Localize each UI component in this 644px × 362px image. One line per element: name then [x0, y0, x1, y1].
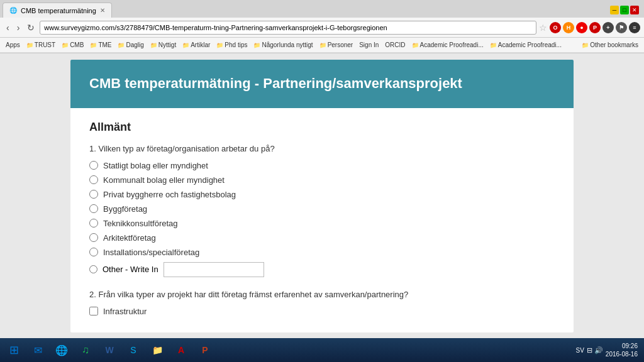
forward-button[interactable]: › — [14, 21, 23, 34]
radio-option-3: Privat byggherre och fastighetsbolag — [89, 190, 555, 199]
label-installations[interactable]: Installations/specialföretag — [103, 248, 199, 257]
browser-nav-icons: O H ● P + ⚑ ≡ — [550, 22, 640, 33]
window-controls: ─ □ ✕ — [610, 6, 641, 14]
question1: 1. Vilken typ av företag/organisation ar… — [89, 144, 555, 277]
bookmark-nyttigt[interactable]: Nyttigt — [148, 41, 178, 49]
back-button[interactable]: ‹ — [4, 21, 12, 34]
question2: 2. Från vilka typer av projekt har ditt … — [89, 290, 555, 316]
ext-icon2: ● — [576, 22, 587, 33]
tab-close-button[interactable]: ✕ — [100, 7, 105, 14]
minimize-button[interactable]: ─ — [610, 6, 619, 14]
survey-title: CMB temperaturmätning - Partnering/samve… — [89, 75, 555, 93]
bookmark-phd[interactable]: Phd tips — [214, 41, 249, 49]
bookmark-orcid[interactable]: ORCID — [383, 41, 407, 49]
nav-bar: ‹ › ↻ ☆ O H ● P + ⚑ ≡ — [0, 18, 644, 38]
page-content: CMB temperaturmätning - Partnering/samve… — [0, 53, 644, 339]
radio-other[interactable] — [89, 265, 97, 273]
tab-title: CMB temperaturmätning — [21, 7, 96, 14]
refresh-button[interactable]: ↻ — [25, 21, 37, 34]
bookmark-cmb[interactable]: CMB — [60, 41, 86, 49]
survey-container: CMB temperaturmätning - Partnering/samve… — [70, 60, 574, 332]
bookmark-star-icon[interactable]: ☆ — [539, 23, 547, 33]
question1-number: 1. — [89, 144, 96, 153]
taskbar-skype[interactable]: S — [122, 341, 145, 359]
bookmark-trust[interactable]: TRUST — [25, 41, 57, 49]
radio-option-7: Installations/specialföretag — [89, 248, 555, 257]
close-button[interactable]: ✕ — [630, 6, 639, 14]
radio-option-5: Teknikkonsultföretag — [89, 219, 555, 228]
ext-icon5: ⚑ — [616, 22, 627, 33]
bookmark-artiklar[interactable]: Artiklar — [180, 41, 212, 49]
bookmark-personer[interactable]: Personer — [318, 41, 355, 49]
tab-bar: 🌐 CMB temperaturmätning ✕ ─ □ ✕ — [0, 0, 644, 18]
taskbar-tray: SV ⊟ 🔊 09:26 2016-08-16 — [576, 342, 642, 358]
label-statligt[interactable]: Statligt bolag eller myndighet — [103, 161, 208, 170]
ext-icon1: H — [563, 22, 574, 33]
taskbar: ⊞ ✉ 🌐 ♫ W S 📁 A P SV ⊟ 🔊 09:26 2016-08-1… — [0, 338, 644, 362]
ext-icon4: + — [602, 22, 614, 33]
other-write-in-input[interactable] — [164, 262, 264, 277]
ext-icon3: P — [589, 22, 601, 33]
survey-header: CMB temperaturmätning - Partnering/samve… — [70, 60, 574, 108]
taskbar-files[interactable]: 📁 — [146, 341, 169, 359]
radio-byggforetag[interactable] — [89, 204, 98, 213]
label-teknikkonsult[interactable]: Teknikkonsultföretag — [103, 219, 178, 228]
bookmark-daglig[interactable]: Daglig — [116, 41, 145, 49]
survey-body: Allmänt 1. Vilken typ av företag/organis… — [70, 108, 574, 332]
label-arkitekt[interactable]: Arkitektföretag — [103, 233, 156, 243]
label-privat[interactable]: Privat byggherre och fastighetsbolag — [103, 190, 236, 199]
taskbar-powerpoint[interactable]: P — [194, 341, 216, 359]
taskbar-acrobat[interactable]: A — [170, 341, 192, 359]
bookmark-nagor[interactable]: Någorlunda nyttigt — [252, 41, 314, 49]
taskbar-word[interactable]: W — [98, 341, 121, 359]
tray-volume-icon[interactable]: 🔊 — [594, 346, 603, 354]
label-byggforetag[interactable]: Byggföretag — [103, 204, 147, 214]
taskbar-chrome[interactable]: 🌐 — [50, 341, 73, 359]
question2-text: 2. Från vilka typer av projekt har ditt … — [89, 290, 555, 299]
radio-privat[interactable] — [89, 190, 98, 199]
opera-icon: O — [550, 22, 561, 33]
radio-option-4: Byggföretag — [89, 204, 555, 214]
maximize-button[interactable]: □ — [620, 6, 629, 14]
radio-installations[interactable] — [89, 248, 98, 256]
other-write-in-row: Other - Write In — [89, 262, 555, 277]
bookmark-apps[interactable]: Apps — [4, 41, 22, 49]
checkbox-infrastruktur: Infrastruktur — [89, 307, 555, 316]
ext-icon6: ≡ — [629, 22, 640, 33]
label-kommunalt[interactable]: Kommunalt bolag eller myndighet — [103, 175, 225, 185]
browser-tab[interactable]: 🌐 CMB temperaturmätning ✕ — [3, 3, 112, 18]
tray-network-icon: ⊟ — [587, 346, 592, 354]
bookmark-signin[interactable]: Sign In — [357, 41, 380, 49]
section1-title: Allmänt — [89, 121, 555, 134]
radio-arkitekt[interactable] — [89, 233, 98, 242]
question1-text: 1. Vilken typ av företag/organisation ar… — [89, 144, 555, 153]
radio-option-6: Arkitektföretag — [89, 233, 555, 243]
bookmarks-bar: Apps TRUST CMB TME Daglig Nyttigt Artikl… — [0, 38, 644, 53]
tray-icons: ⊟ 🔊 — [587, 346, 603, 354]
label-other[interactable]: Other - Write In — [103, 265, 158, 274]
checkbox-infra-input[interactable] — [89, 307, 98, 315]
question2-number: 2. — [89, 290, 96, 299]
browser-chrome: 🌐 CMB temperaturmätning ✕ ─ □ ✕ ‹ › ↻ ☆ … — [0, 0, 644, 53]
radio-option-2: Kommunalt bolag eller myndighet — [89, 175, 555, 185]
tray-time: 09:26 — [606, 342, 638, 350]
bookmark-other[interactable]: Other bookmarks — [580, 41, 640, 49]
radio-option-1: Statligt bolag eller myndighet — [89, 161, 555, 170]
bookmark-tme[interactable]: TME — [88, 41, 113, 49]
bookmark-acad1[interactable]: Academic Proofreadi... — [410, 41, 486, 49]
label-infrastruktur[interactable]: Infrastruktur — [103, 307, 147, 316]
tray-language: SV — [576, 346, 584, 354]
question1-label: Vilken typ av företag/organisation arbet… — [98, 144, 274, 153]
radio-kommunalt[interactable] — [89, 175, 98, 184]
bookmark-acad2[interactable]: Academic Proofreadi... — [488, 41, 564, 49]
radio-teknikkonsult[interactable] — [89, 219, 98, 228]
radio-statligt[interactable] — [89, 161, 98, 170]
taskbar-spotify[interactable]: ♫ — [74, 341, 97, 359]
tray-datetime: 09:26 2016-08-16 — [606, 342, 638, 358]
taskbar-outlook[interactable]: ✉ — [26, 341, 49, 359]
url-bar[interactable] — [40, 21, 536, 35]
taskbar-windows-icon[interactable]: ⊞ — [3, 341, 25, 359]
question2-label: Från vilka typer av projekt har ditt för… — [98, 290, 408, 299]
tray-date: 2016-08-16 — [606, 350, 638, 358]
